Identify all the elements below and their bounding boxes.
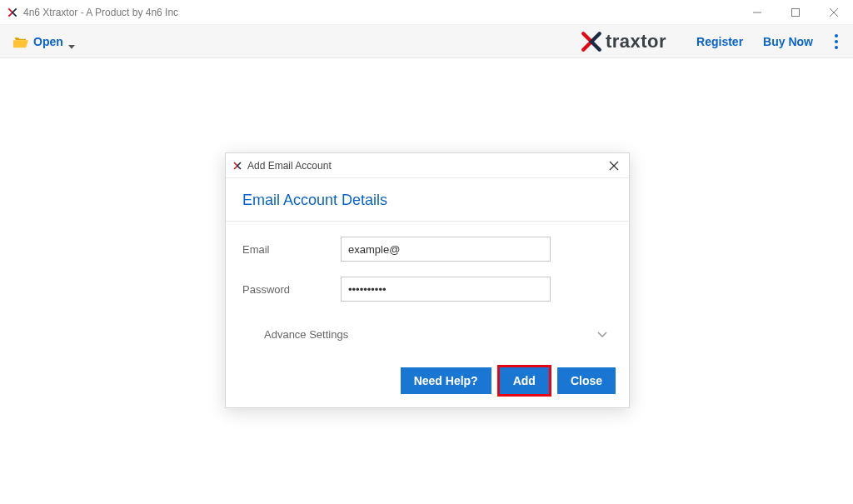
chevron-down-icon — [597, 328, 607, 341]
maximize-button[interactable] — [776, 0, 815, 25]
buynow-link[interactable]: Buy Now — [763, 35, 813, 48]
app-icon — [7, 7, 18, 18]
dialog-close-button[interactable] — [606, 157, 622, 174]
email-label: Email — [242, 243, 341, 256]
advance-settings-label: Advance Settings — [264, 328, 348, 341]
kebab-menu-button[interactable] — [828, 34, 845, 49]
dialog-footer: Need Help? Add Close — [226, 359, 629, 407]
app-icon — [232, 161, 242, 171]
password-field[interactable] — [341, 277, 551, 302]
dialog-title: Add Email Account — [247, 160, 606, 172]
folder-open-icon — [13, 36, 28, 47]
open-label: Open — [33, 35, 63, 48]
main-toolbar: Open traxtor Register Buy Now — [0, 25, 853, 58]
minimize-button[interactable] — [738, 0, 776, 25]
password-row: Password — [242, 277, 612, 302]
add-email-account-dialog: Add Email Account Email Account Details … — [225, 152, 630, 408]
register-link[interactable]: Register — [696, 35, 743, 48]
email-field[interactable] — [341, 237, 551, 262]
dialog-titlebar: Add Email Account — [226, 153, 629, 178]
xtraxtor-icon — [581, 31, 602, 52]
password-label: Password — [242, 283, 341, 296]
brand-logo: traxtor — [581, 31, 666, 52]
window-titlebar: 4n6 Xtraxtor - A Product by 4n6 Inc — [0, 0, 853, 25]
svg-rect-1 — [792, 9, 800, 17]
chevron-down-icon — [68, 38, 75, 45]
need-help-button[interactable]: Need Help? — [401, 367, 491, 394]
window-controls — [738, 0, 853, 24]
email-row: Email — [242, 237, 612, 262]
close-button[interactable]: Close — [557, 367, 616, 394]
window-title: 4n6 Xtraxtor - A Product by 4n6 Inc — [23, 7, 738, 18]
open-button[interactable]: Open — [8, 32, 80, 52]
add-button[interactable]: Add — [500, 367, 549, 394]
dialog-header: Email Account Details — [226, 178, 629, 222]
dialog-header-text: Email Account Details — [242, 192, 612, 209]
close-window-button[interactable] — [815, 0, 853, 25]
advance-settings-toggle[interactable]: Advance Settings — [242, 317, 612, 352]
brand-text: traxtor — [606, 31, 666, 52]
dialog-form: Email Password Advance Settings — [226, 222, 629, 359]
